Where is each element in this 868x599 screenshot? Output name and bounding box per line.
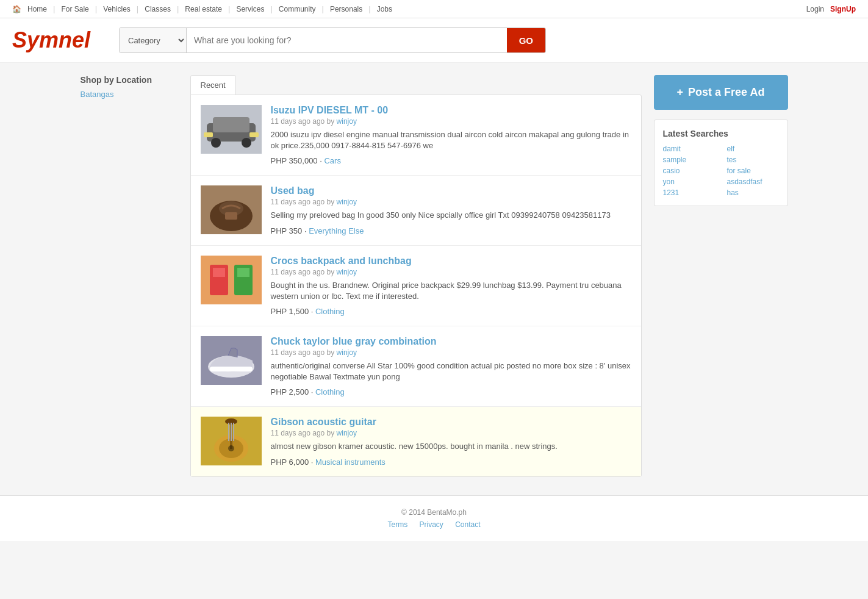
footer-links: Terms Privacy Contact bbox=[12, 520, 856, 529]
listing-author[interactable]: winjoy bbox=[337, 268, 357, 276]
login-link[interactable]: Login bbox=[806, 5, 824, 13]
listing-category[interactable]: Cars bbox=[324, 156, 340, 165]
nav-personals[interactable]: Personals bbox=[326, 5, 366, 13]
signup-link[interactable]: SignUp bbox=[830, 5, 856, 13]
search-tag[interactable]: has bbox=[727, 188, 779, 197]
listing-category[interactable]: Clothing bbox=[315, 307, 345, 316]
nav-vehicles[interactable]: Vehicles bbox=[99, 5, 134, 13]
listing-item: Isuzu IPV DIESEL MT - 00 11 days ago ago… bbox=[191, 95, 641, 176]
search-tag[interactable]: elf bbox=[727, 145, 779, 153]
listing-title[interactable]: Gibson acoustic guitar bbox=[271, 417, 376, 427]
site-logo[interactable]: Symnel bbox=[12, 27, 110, 53]
listing-body: Gibson acoustic guitar 11 days ago ago b… bbox=[271, 417, 631, 466]
listing-price: PHP 6,000 · Musical instruments bbox=[271, 457, 631, 467]
svg-rect-2 bbox=[213, 117, 249, 132]
topnav-links: 🏠 Home | For Sale | Vehicles | Classes |… bbox=[12, 4, 396, 13]
listing-body: Chuck taylor blue gray combination 11 da… bbox=[271, 336, 631, 396]
search-tag[interactable]: 1231 bbox=[663, 188, 715, 197]
listing-meta: 11 days ago ago by winjoy bbox=[271, 348, 631, 357]
svg-point-27 bbox=[228, 445, 234, 451]
listing-title[interactable]: Crocs backpack and lunchbag bbox=[271, 256, 412, 266]
listing-thumbnail bbox=[201, 256, 262, 304]
latest-searches-title: Latest Searches bbox=[663, 129, 779, 138]
search-tag[interactable]: sample bbox=[663, 156, 715, 164]
topnav: 🏠 Home | For Sale | Vehicles | Classes |… bbox=[0, 0, 868, 18]
svg-point-4 bbox=[242, 138, 251, 148]
listing-price: PHP 1,500 · Clothing bbox=[271, 307, 631, 316]
recent-tab[interactable]: Recent bbox=[190, 75, 236, 95]
listings-container: Isuzu IPV DIESEL MT - 00 11 days ago ago… bbox=[190, 95, 642, 477]
search-tag[interactable]: tes bbox=[727, 156, 779, 164]
svg-rect-14 bbox=[213, 268, 225, 277]
listing-category[interactable]: Everything Else bbox=[309, 226, 364, 235]
listing-desc: Bought in the us. Brandnew. Original pri… bbox=[271, 280, 631, 302]
listing-author[interactable]: winjoy bbox=[337, 198, 357, 206]
listing-title[interactable]: Chuck taylor blue gray combination bbox=[271, 336, 437, 346]
left-sidebar: Shop by Location Batangas bbox=[81, 75, 178, 477]
footer-contact[interactable]: Contact bbox=[455, 520, 480, 529]
listing-meta: 11 days ago ago by winjoy bbox=[271, 429, 631, 437]
nav-for-sale[interactable]: For Sale bbox=[57, 5, 92, 13]
nav-jobs[interactable]: Jobs bbox=[373, 5, 396, 13]
listing-desc: authentic/original converse All Star 100… bbox=[271, 360, 631, 382]
search-tag[interactable]: yon bbox=[663, 178, 715, 186]
footer-terms[interactable]: Terms bbox=[387, 520, 407, 529]
svg-rect-18 bbox=[210, 367, 253, 371]
plus-icon: + bbox=[677, 86, 684, 99]
listing-thumbnail bbox=[201, 105, 262, 154]
svg-rect-10 bbox=[225, 212, 237, 220]
listing-desc: Selling my preloved bag In good 350 only… bbox=[271, 210, 631, 221]
copyright: © 2014 BentaMo.ph bbox=[12, 508, 856, 517]
listing-item: Gibson acoustic guitar 11 days ago ago b… bbox=[191, 407, 641, 476]
search-tag[interactable]: casio bbox=[663, 167, 715, 175]
category-select[interactable]: Category bbox=[120, 28, 187, 52]
nav-community[interactable]: Community bbox=[275, 5, 320, 13]
sidebar-location-batangas[interactable]: Batangas bbox=[81, 90, 114, 99]
search-button[interactable]: GO bbox=[507, 28, 545, 52]
nav-real-estate[interactable]: Real estate bbox=[181, 5, 226, 13]
listing-meta: 11 days ago ago by winjoy bbox=[271, 117, 631, 126]
searches-grid: damitelfsampletescasiofor saleyonasdasdf… bbox=[663, 145, 779, 197]
listing-body: Crocs backpack and lunchbag 11 days ago … bbox=[271, 256, 631, 316]
post-ad-button[interactable]: + Post a Free Ad bbox=[654, 75, 788, 110]
listing-category[interactable]: Musical instruments bbox=[315, 457, 386, 467]
search-tag[interactable]: asdasdfasf bbox=[727, 178, 779, 186]
main-container: Shop by Location Batangas Recent bbox=[68, 75, 800, 477]
listing-thumbnail bbox=[201, 417, 262, 465]
listing-thumbnail bbox=[201, 336, 262, 385]
listing-category[interactable]: Clothing bbox=[315, 387, 345, 396]
home-icon: 🏠 bbox=[12, 5, 21, 13]
listing-author[interactable]: winjoy bbox=[337, 429, 357, 437]
listing-item: Chuck taylor blue gray combination 11 da… bbox=[191, 326, 641, 407]
search-tag[interactable]: damit bbox=[663, 145, 715, 153]
svg-rect-25 bbox=[231, 423, 232, 441]
svg-rect-26 bbox=[233, 423, 234, 441]
listing-body: Used bag 11 days ago ago by winjoy Selli… bbox=[271, 185, 631, 235]
listing-desc: 2000 isuzu ipv diesel engine manual tran… bbox=[271, 129, 631, 151]
nav-classes[interactable]: Classes bbox=[141, 5, 174, 13]
svg-rect-15 bbox=[237, 268, 249, 277]
listing-title[interactable]: Isuzu IPV DIESEL MT - 00 bbox=[271, 105, 389, 115]
search-tag[interactable]: for sale bbox=[727, 167, 779, 175]
listing-title[interactable]: Used bag bbox=[271, 185, 315, 196]
svg-point-3 bbox=[211, 138, 221, 148]
search-input[interactable] bbox=[187, 28, 507, 52]
site-footer: © 2014 BentaMo.ph Terms Privacy Contact bbox=[0, 495, 868, 541]
site-header: Symnel Category GO bbox=[0, 18, 868, 63]
footer-privacy[interactable]: Privacy bbox=[419, 520, 443, 529]
listing-thumbnail bbox=[201, 185, 262, 234]
listing-price: PHP 2,500 · Clothing bbox=[271, 387, 631, 396]
listing-price: PHP 350,000 · Cars bbox=[271, 156, 631, 165]
listing-author[interactable]: winjoy bbox=[337, 117, 357, 126]
listing-meta: 11 days ago ago by winjoy bbox=[271, 198, 631, 206]
latest-searches-panel: Latest Searches damitelfsampletescasiofo… bbox=[654, 120, 788, 206]
topnav-auth: Login SignUp bbox=[806, 5, 856, 13]
listing-meta: 11 days ago ago by winjoy bbox=[271, 268, 631, 276]
listing-author[interactable]: winjoy bbox=[337, 348, 357, 357]
listing-desc: almost new gibson kramer acoustic. new 1… bbox=[271, 441, 631, 452]
right-sidebar: + Post a Free Ad Latest Searches damitel… bbox=[654, 75, 788, 477]
nav-services[interactable]: Services bbox=[232, 5, 268, 13]
nav-home[interactable]: Home bbox=[24, 5, 51, 13]
listing-price: PHP 350 · Everything Else bbox=[271, 226, 631, 235]
svg-rect-6 bbox=[249, 132, 259, 137]
